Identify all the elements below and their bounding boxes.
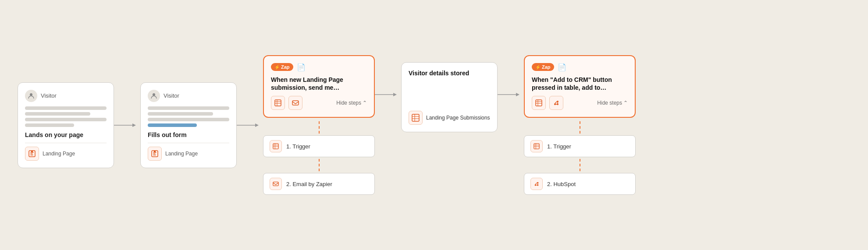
zap2-section: Zap 📄 When "Add to CRM" button pressed i… [524, 55, 636, 195]
svg-marker-19 [393, 93, 397, 96]
arrow-2 [237, 121, 263, 130]
zap2-apps: Hide steps ⌃ [532, 96, 628, 110]
zap1-section: Zap 📄 When new Landing Page submission, … [263, 55, 375, 195]
zap2-step-1: 1. Trigger [524, 135, 636, 157]
zap2-title: When "Add to CRM" button pressed in tabl… [532, 76, 628, 92]
zap1-badge: Zap [271, 63, 293, 71]
zap2-step-2: 2. HubSpot [524, 173, 636, 195]
arrow-1 [114, 121, 140, 130]
zap1-app-icons [271, 96, 302, 110]
storage-title: Visitor details stored [409, 70, 490, 77]
hide-steps-label-1: Hide steps [336, 100, 361, 106]
zap2-steps: 1. Trigger 2. HubSpot [524, 120, 636, 195]
text-line-2 [25, 112, 90, 116]
arrow-4 [498, 90, 524, 99]
svg-point-31 [554, 103, 556, 105]
svg-rect-20 [412, 114, 419, 121]
card1-main-label: Lands on your page [25, 131, 107, 138]
storage-footer-label: Landing Page Submissions [426, 115, 490, 121]
zap1-apps: Hide steps ⌃ [271, 96, 367, 110]
zap1-title: When new Landing Page submission, send m… [271, 76, 367, 92]
svg-marker-25 [516, 93, 519, 96]
zap2-header: Zap 📄 [532, 63, 628, 71]
zap-card-1: Zap 📄 When new Landing Page submission, … [263, 55, 375, 118]
email-icon-1 [288, 96, 302, 110]
card2-main-label: Fills out form [148, 131, 229, 138]
step1-trigger-label: 1. Trigger [286, 143, 310, 150]
zap2-app-icons [532, 96, 563, 110]
hubspot-step-icon [530, 178, 543, 190]
card1-header: Visitor [25, 90, 107, 102]
card-lands-on-page: Visitor Lands on your page Landing Page [18, 82, 114, 168]
zap1-steps: 1. Trigger 2. Email by Zapier [263, 120, 375, 195]
zap2-step2-label: 2. HubSpot [547, 181, 576, 187]
text-line-4 [25, 123, 74, 127]
zap2-badge: Zap [532, 63, 554, 71]
storage-card: Visitor details stored Landing Page Subm… [401, 62, 498, 132]
zap2-step1-label: 1. Trigger [547, 143, 571, 150]
zap1-step-1: 1. Trigger [263, 135, 375, 157]
table-icon-2 [532, 96, 546, 110]
dashed-line-1a [319, 121, 320, 134]
step2-email-icon [270, 178, 282, 190]
svg-rect-26 [536, 100, 542, 106]
card1-footer: Landing Page [25, 143, 107, 161]
zap-card-2: Zap 📄 When "Add to CRM" button pressed i… [524, 55, 636, 118]
card2-footer-label: Landing Page [165, 151, 198, 157]
chevron-up-icon-2: ⌃ [623, 100, 628, 106]
storage-spacer [409, 81, 490, 106]
visitor-avatar-1 [25, 90, 37, 102]
text-line-3 [25, 118, 107, 121]
zap2-hide-steps-btn[interactable]: Hide steps ⌃ [597, 100, 628, 106]
zap1-step-2: 2. Email by Zapier [263, 173, 375, 195]
svg-rect-17 [273, 182, 278, 186]
flow-container: Visitor Lands on your page Landing Page [0, 46, 868, 204]
card1-content [25, 106, 107, 127]
dashed-line-1b [319, 159, 320, 171]
card2-user-label: Visitor [164, 92, 179, 99]
text-line-6 [148, 112, 213, 116]
dashed-line-2b [580, 159, 580, 171]
svg-point-0 [30, 93, 32, 96]
dashed-line-2a [580, 121, 580, 134]
svg-point-40 [537, 182, 539, 184]
text-line-7 [148, 118, 229, 121]
svg-line-33 [555, 102, 557, 103]
card2-header: Visitor [148, 90, 229, 102]
zap2-step1-table-icon [530, 140, 543, 152]
svg-rect-8 [275, 100, 281, 106]
storage-footer: Landing Page Submissions [409, 111, 490, 125]
zap1-hide-steps-btn[interactable]: Hide steps ⌃ [336, 100, 367, 106]
card1-user-label: Visitor [41, 92, 57, 99]
card2-content [148, 106, 229, 127]
text-line-blue [148, 123, 197, 127]
card1-footer-label: Landing Page [43, 151, 75, 157]
svg-rect-13 [273, 144, 278, 149]
svg-point-42 [537, 184, 539, 186]
chevron-up-icon-1: ⌃ [363, 100, 367, 106]
svg-marker-3 [132, 123, 136, 127]
svg-point-41 [535, 184, 537, 186]
card-fills-form: Visitor Fills out form Landing Page [140, 82, 237, 168]
text-line-1 [25, 106, 107, 110]
svg-point-32 [557, 103, 559, 105]
landing-page-icon-2 [148, 147, 162, 161]
table-icon-1 [271, 96, 285, 110]
landing-page-icon-1 [25, 147, 39, 161]
step1-trigger-icon [270, 140, 282, 152]
step2-email-label: 2. Email by Zapier [286, 181, 332, 187]
hubspot-icon-1 [549, 96, 563, 110]
hide-steps-label-2: Hide steps [597, 100, 622, 106]
svg-marker-7 [255, 123, 259, 127]
svg-rect-36 [534, 144, 539, 149]
text-line-5 [148, 106, 229, 110]
storage-table-icon [409, 111, 423, 125]
doc-icon-1: 📄 [297, 63, 306, 71]
svg-line-43 [535, 183, 537, 185]
svg-rect-12 [292, 101, 299, 105]
svg-point-4 [153, 93, 155, 96]
zap1-header: Zap 📄 [271, 63, 367, 71]
svg-point-30 [557, 101, 559, 102]
arrow-3 [375, 90, 401, 99]
visitor-avatar-2 [148, 90, 160, 102]
